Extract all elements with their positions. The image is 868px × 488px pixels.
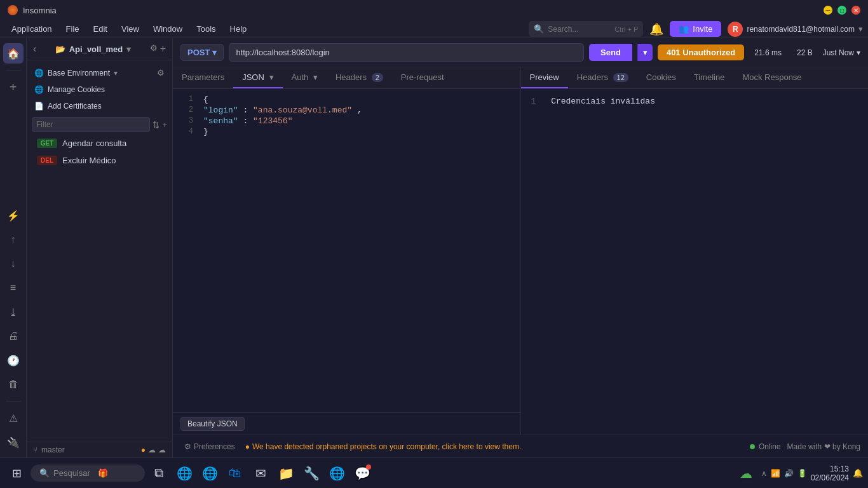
tool-icon-4[interactable]: ≡ <box>3 278 24 298</box>
sys-tray: ∧ 📶 🔊 🔋 <box>761 469 807 478</box>
method-selector[interactable]: POST ▾ <box>180 44 224 61</box>
request-name: Agendar consulta <box>62 139 126 148</box>
edge-icon[interactable]: 🌐 <box>198 462 221 485</box>
mail-icon[interactable]: ✉ <box>249 462 272 485</box>
maximize-button[interactable]: □ <box>837 6 846 15</box>
tab-timeline[interactable]: Timeline <box>685 67 734 88</box>
filter-sort-icon[interactable]: ⇅ <box>153 120 159 130</box>
tool-icon-1[interactable]: ⚡ <box>3 205 24 226</box>
tab-json[interactable]: JSON ▾ <box>233 67 282 88</box>
invite-icon: 👥 <box>679 24 689 34</box>
collection-title: 📂 Api_voll_med ▾ <box>55 44 132 54</box>
bell-icon[interactable]: 🔔 <box>649 23 663 36</box>
user-account[interactable]: R renatomdavid811@hotmail.com ▾ <box>728 22 863 37</box>
preferences-button[interactable]: ⚙ Preferences <box>180 440 239 453</box>
headers-count: 2 <box>372 73 383 82</box>
tab-headers[interactable]: Headers 2 <box>327 67 392 88</box>
url-input[interactable] <box>229 43 584 62</box>
cookie-icon: 🌐 <box>34 85 44 94</box>
app-icon <box>8 5 18 15</box>
branch-cloud-icon-3[interactable]: ☁ <box>158 445 166 454</box>
window-title: Insomnia <box>23 6 57 15</box>
tab-preview[interactable]: Preview <box>521 67 568 88</box>
tool-icon-5[interactable]: ⤓ <box>3 302 24 322</box>
manage-cookies-row[interactable]: 🌐 Manage Cookies <box>27 81 172 98</box>
env-icon: 🌐 <box>34 69 44 78</box>
collection-chevron-icon[interactable]: ▾ <box>126 44 131 54</box>
tool-icon-6[interactable]: 🖨 <box>3 326 24 346</box>
home-button[interactable]: 🏠 <box>3 43 24 64</box>
icon-sidebar: 🏠 + ⚡ ↑ ↓ ≡ ⤓ 🖨 🕐 🗑 ⚠ 🔌 <box>0 38 27 458</box>
jetbrains-icon[interactable]: 🔧 <box>300 462 323 485</box>
files-icon[interactable]: 📁 <box>275 462 297 485</box>
tab-prerequest[interactable]: Pre-request <box>392 67 453 88</box>
tab-response-headers[interactable]: Headers 12 <box>568 67 637 88</box>
filter-add-icon[interactable]: + <box>162 120 167 130</box>
whatsapp-icon[interactable]: 💬 <box>351 462 374 485</box>
browser-icon[interactable]: 🌐 <box>325 462 348 485</box>
global-search[interactable]: 🔍 Ctrl + P <box>529 21 643 37</box>
made-with-kong: Made with ❤ by Kong <box>787 442 860 451</box>
base-environment-row[interactable]: 🌐 Base Environment ▾ ⚙ <box>27 64 172 81</box>
warning-icon[interactable]: ⚠ <box>3 408 24 428</box>
filter-input[interactable] <box>32 117 150 132</box>
tab-auth[interactable]: Auth ▾ <box>283 67 327 88</box>
send-dropdown-button[interactable]: ▾ <box>637 44 653 61</box>
tool-icon-8[interactable]: 🗑 <box>3 374 24 395</box>
menu-help[interactable]: Help <box>224 22 254 36</box>
menu-window[interactable]: Window <box>147 22 189 36</box>
request-body-editor[interactable]: 1 { 2 "login" : "ana.souza@voll.med" , <box>173 89 520 412</box>
close-button[interactable]: ✕ <box>851 6 860 15</box>
store-icon[interactable]: 🛍 <box>224 462 247 485</box>
list-item[interactable]: GET Agendar consulta <box>27 135 172 152</box>
taskbar-search[interactable]: 🔍 Pesquisar 🎁 <box>31 464 145 482</box>
chevron-up-icon[interactable]: ∧ <box>761 469 767 478</box>
menu-file[interactable]: File <box>60 22 86 36</box>
menu-tools[interactable]: Tools <box>190 22 222 36</box>
method-badge-get: GET <box>37 139 57 148</box>
user-avatar: R <box>728 22 743 37</box>
orphan-warning[interactable]: ● We have detected orphaned projects on … <box>245 442 522 451</box>
branch-cloud-icon-1[interactable]: ● <box>141 445 146 454</box>
json-dropdown-icon[interactable]: ▾ <box>269 72 274 82</box>
minimize-button[interactable]: ─ <box>824 6 832 15</box>
search-input[interactable] <box>548 25 611 34</box>
volume-icon[interactable]: 🔊 <box>784 469 794 478</box>
cloud-sync-icon[interactable]: ☁ <box>735 462 757 485</box>
back-button[interactable]: ‹ <box>33 43 36 55</box>
add-button[interactable]: + <box>3 77 24 97</box>
warning-circle-icon: ● <box>245 442 250 451</box>
settings-icon[interactable]: ⚙ <box>150 43 158 55</box>
send-button[interactable]: Send <box>589 44 632 61</box>
tab-parameters[interactable]: Parameters <box>173 67 233 88</box>
search-shortcut: Ctrl + P <box>614 25 638 33</box>
add-certificates-row[interactable]: 📄 Add Certificates <box>27 98 172 114</box>
notification-center-icon[interactable]: 🔔 <box>853 468 863 478</box>
start-button[interactable]: ⊞ <box>5 462 28 485</box>
branch-cloud-icon-2[interactable]: ☁ <box>148 445 156 454</box>
menu-edit[interactable]: Edit <box>87 22 114 36</box>
battery-icon[interactable]: 🔋 <box>797 469 807 478</box>
beautify-button[interactable]: Beautify JSON <box>180 417 245 431</box>
auth-dropdown-icon[interactable]: ▾ <box>313 72 318 82</box>
code-line: 1 { <box>173 94 520 105</box>
tab-mock-response[interactable]: Mock Response <box>733 67 810 88</box>
plugin-icon[interactable]: 🔌 <box>3 432 24 452</box>
code-line: 4 } <box>173 126 520 137</box>
tool-icon-3[interactable]: ↓ <box>3 254 24 274</box>
network-icon[interactable]: 📶 <box>771 469 780 478</box>
invite-button[interactable]: 👥 Invite <box>670 21 721 37</box>
tool-icon-7[interactable]: 🕐 <box>3 350 24 370</box>
tab-cookies[interactable]: Cookies <box>637 67 685 88</box>
menu-view[interactable]: View <box>115 22 146 36</box>
env-settings-icon[interactable]: ⚙ <box>157 68 165 78</box>
response-pane: Preview Headers 12 Cookies Timeline Mock… <box>521 67 869 435</box>
tool-icon-2[interactable]: ↑ <box>3 229 24 250</box>
collection-icon: 📂 <box>55 44 65 54</box>
list-item[interactable]: DEL Excluir Médico <box>27 152 172 169</box>
response-tabs: Preview Headers 12 Cookies Timeline Mock… <box>521 67 869 89</box>
chrome-icon[interactable]: 🌐 <box>173 462 196 485</box>
menu-application[interactable]: Application <box>5 22 58 36</box>
taskview-button[interactable]: ⧉ <box>147 462 170 485</box>
add-collection-icon[interactable]: + <box>160 43 166 55</box>
